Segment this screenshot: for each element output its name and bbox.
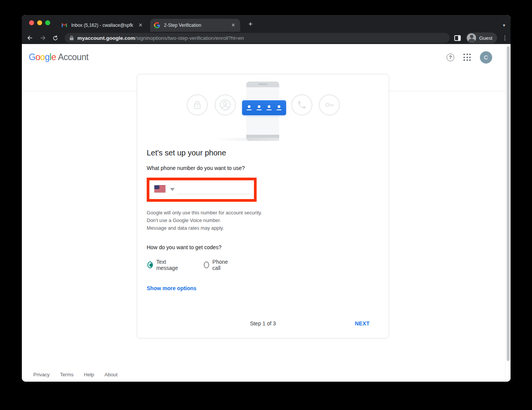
country-dropdown-icon[interactable] bbox=[170, 188, 175, 191]
phone-illustration bbox=[137, 74, 389, 143]
page-footer-links: Privacy Terms Help About bbox=[33, 372, 118, 377]
address-bar[interactable]: myaccount.google.com/signinoptions/two-s… bbox=[65, 33, 450, 43]
gmail-icon bbox=[61, 22, 67, 28]
google-account-header: GoogleAccount ? C bbox=[22, 44, 511, 70]
guest-avatar-icon bbox=[467, 33, 476, 42]
footer-link-privacy[interactable]: Privacy bbox=[33, 372, 50, 377]
tab-gmail-inbox[interactable]: Inbox (5,162) - cwallace@spfk ✕ bbox=[57, 19, 147, 32]
help-icon[interactable]: ? bbox=[447, 54, 454, 61]
verification-code-box bbox=[242, 100, 286, 115]
phone-call-icon bbox=[291, 94, 313, 116]
setup-card: Let's set up your phone What phone numbe… bbox=[137, 74, 389, 338]
phone-number-question: What phone number do you want to use? bbox=[147, 165, 245, 171]
key-icon bbox=[319, 94, 340, 116]
account-icon bbox=[214, 94, 236, 116]
radio-selected-icon[interactable] bbox=[147, 261, 153, 268]
minimize-window-button[interactable] bbox=[37, 20, 42, 25]
page-scrollbar bbox=[505, 44, 511, 382]
logo-account-text: Account bbox=[58, 52, 88, 62]
phone-number-input[interactable] bbox=[177, 183, 250, 194]
tab-title: Inbox (5,162) - cwallace@spfk bbox=[71, 23, 134, 28]
codes-question: How do you want to get codes? bbox=[147, 244, 221, 250]
page-content: GoogleAccount ? C 2-Step Verification bbox=[22, 44, 511, 382]
tab-strip: Inbox (5,162) - cwallace@spfk ✕ 2-Step V… bbox=[22, 15, 511, 32]
browser-menu-icon[interactable]: ⋮ bbox=[502, 34, 508, 41]
desktop-background: Inbox (5,162) - cwallace@spfk ✕ 2-Step V… bbox=[0, 0, 532, 410]
browser-window: Inbox (5,162) - cwallace@spfk ✕ 2-Step V… bbox=[22, 15, 511, 382]
tab-two-step-verification[interactable]: 2-Step Verification ✕ bbox=[150, 19, 240, 32]
tab-close-icon[interactable]: ✕ bbox=[138, 22, 144, 28]
helper-line: Message and data rates may apply. bbox=[147, 224, 262, 232]
footer-link-terms[interactable]: Terms bbox=[60, 372, 74, 377]
side-panel-icon[interactable] bbox=[454, 35, 461, 41]
radio-label: Phone call bbox=[213, 259, 230, 271]
chevron-down-icon[interactable]: ▾ bbox=[503, 23, 505, 28]
header-icons: ? C bbox=[447, 44, 492, 70]
window-controls bbox=[29, 20, 50, 25]
radio-unselected-icon[interactable] bbox=[204, 261, 209, 268]
profile-label: Guest bbox=[479, 35, 493, 41]
forward-icon[interactable] bbox=[38, 33, 47, 42]
close-window-button[interactable] bbox=[29, 20, 34, 25]
profile-button[interactable]: Guest bbox=[466, 33, 497, 43]
tab-title: 2-Step Verification bbox=[164, 23, 227, 28]
scrollbar-thumb[interactable] bbox=[507, 46, 510, 361]
card-footer-row: Step 1 of 3 NEXT bbox=[137, 320, 389, 328]
browser-toolbar: myaccount.google.com/signinoptions/two-s… bbox=[22, 32, 511, 44]
helper-line: Google will only use this number for acc… bbox=[147, 209, 262, 217]
highlighted-phone-input-region bbox=[147, 178, 257, 202]
lock-icon bbox=[69, 35, 74, 41]
radio-label: Text message bbox=[156, 259, 180, 271]
account-avatar[interactable]: C bbox=[480, 51, 492, 64]
url-text: myaccount.google.com/signinoptions/two-s… bbox=[77, 35, 244, 41]
radio-text-message[interactable]: Text message bbox=[147, 259, 180, 271]
card-heading: Let's set up your phone bbox=[147, 149, 226, 157]
radio-phone-call[interactable]: Phone call bbox=[204, 259, 229, 271]
us-flag-icon bbox=[154, 185, 165, 193]
reload-icon[interactable] bbox=[51, 33, 60, 42]
phone-shadow bbox=[215, 138, 279, 141]
footer-link-help[interactable]: Help bbox=[84, 372, 94, 377]
step-indicator: Step 1 of 3 bbox=[137, 320, 389, 327]
url-path: /signinoptions/two-step-verification/enr… bbox=[135, 35, 244, 41]
google-icon bbox=[154, 22, 160, 28]
phone-speaker bbox=[258, 83, 267, 85]
google-apps-icon[interactable] bbox=[463, 54, 471, 61]
new-tab-button[interactable]: + bbox=[246, 20, 255, 29]
zoom-window-button[interactable] bbox=[45, 20, 50, 25]
url-host: myaccount.google.com bbox=[77, 35, 135, 41]
back-icon[interactable] bbox=[25, 33, 34, 42]
footer-link-about[interactable]: About bbox=[105, 372, 118, 377]
tab-close-icon[interactable]: ✕ bbox=[230, 22, 236, 28]
lock-icon bbox=[187, 94, 208, 116]
google-account-logo[interactable]: GoogleAccount bbox=[29, 52, 88, 62]
next-button[interactable]: NEXT bbox=[355, 320, 370, 327]
show-more-options-link[interactable]: Show more options bbox=[147, 285, 196, 291]
helper-text: Google will only use this number for acc… bbox=[147, 209, 262, 232]
helper-line: Don't use a Google Voice number. bbox=[147, 217, 262, 224]
